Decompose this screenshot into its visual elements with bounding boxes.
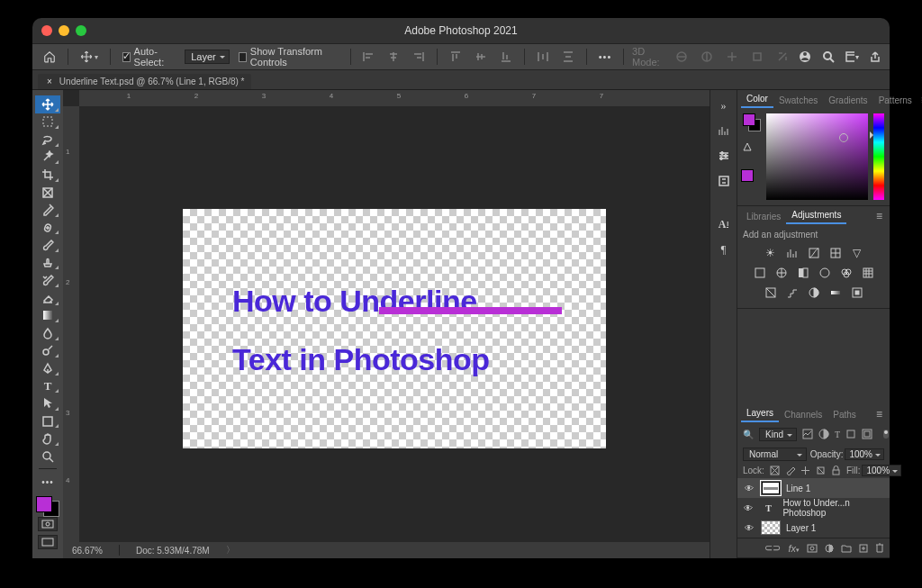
quick-mask-button[interactable] xyxy=(38,517,58,531)
path-select-tool[interactable] xyxy=(35,394,60,412)
align-top-button[interactable] xyxy=(446,47,466,67)
filter-toggle-button[interactable] xyxy=(878,426,894,442)
tab-channels[interactable]: Channels xyxy=(779,407,827,422)
tab-patterns[interactable]: Patterns xyxy=(873,93,917,108)
gradient-map-adj-button[interactable] xyxy=(828,285,843,300)
filter-pixel-icon[interactable] xyxy=(802,429,813,439)
magic-wand-tool[interactable] xyxy=(35,149,60,167)
curves-adj-button[interactable] xyxy=(807,246,821,260)
panel-menu-button[interactable]: ≡ xyxy=(872,406,886,422)
cloud-docs-button[interactable] xyxy=(798,50,812,64)
3d-slide-button[interactable] xyxy=(747,47,767,67)
3d-roll-button[interactable] xyxy=(697,47,717,67)
layer-thumb-raster[interactable] xyxy=(761,520,781,535)
tab-libraries[interactable]: Libraries xyxy=(741,209,786,224)
panel-menu-button[interactable]: ≡ xyxy=(917,92,922,108)
3d-pan-button[interactable] xyxy=(722,47,742,67)
edit-toolbar-button[interactable]: ••• xyxy=(35,473,60,491)
channel-mixer-adj-button[interactable] xyxy=(839,266,854,280)
link-layers-button[interactable]: ⊂⊃ xyxy=(764,542,781,554)
auto-select-target-dropdown[interactable]: Layer xyxy=(185,50,230,64)
tab-adjustments[interactable]: Adjustments xyxy=(786,207,846,224)
color-picker-ring[interactable] xyxy=(839,133,848,142)
blur-tool[interactable] xyxy=(35,324,60,342)
shape-tool[interactable] xyxy=(35,412,60,430)
canvas-stage[interactable]: How to Underline Text in Photoshop xyxy=(79,106,710,542)
lock-position-button[interactable] xyxy=(800,466,810,475)
align-hcenter-button[interactable] xyxy=(384,47,403,67)
selective-color-adj-button[interactable] xyxy=(850,285,864,300)
levels-adj-button[interactable] xyxy=(785,246,800,260)
ruler-horizontal[interactable]: 1 2 3 4 5 6 7 7 xyxy=(79,90,710,106)
dodge-tool[interactable] xyxy=(35,342,60,360)
marquee-tool[interactable] xyxy=(35,113,60,131)
history-brush-tool[interactable] xyxy=(35,271,60,289)
layer-thumb-shape[interactable] xyxy=(761,481,781,495)
lock-artboard-button[interactable] xyxy=(816,466,826,475)
document-tab[interactable]: × Underline Text.psd @ 66.7% (Line 1, RG… xyxy=(38,74,251,89)
photo-filter-adj-button[interactable] xyxy=(818,266,832,280)
frame-tool[interactable] xyxy=(35,184,60,202)
lasso-tool[interactable] xyxy=(35,131,60,149)
show-transform-checkbox[interactable]: Show Transform Controls xyxy=(235,47,342,67)
more-align-button[interactable]: ••• xyxy=(595,47,616,67)
minimize-window-button[interactable] xyxy=(59,25,69,36)
hue-slider[interactable] xyxy=(873,113,884,200)
tab-paths[interactable]: Paths xyxy=(827,407,862,422)
layer-filter-type-dropdown[interactable]: Kind xyxy=(759,428,797,441)
distribute-v-button[interactable] xyxy=(558,47,578,67)
layer-row[interactable]: 👁 Line 1 xyxy=(737,478,890,498)
distribute-h-button[interactable] xyxy=(533,47,553,67)
lock-transparent-button[interactable] xyxy=(770,466,780,475)
histogram-panel-button[interactable] xyxy=(716,122,732,139)
filter-adjust-icon[interactable] xyxy=(818,429,829,439)
home-button[interactable] xyxy=(40,47,59,67)
layer-row[interactable]: 👁 Layer 1 xyxy=(737,518,890,538)
threshold-adj-button[interactable] xyxy=(807,285,821,300)
vibrance-adj-button[interactable]: ▽ xyxy=(850,246,864,260)
eyedropper-tool[interactable] xyxy=(35,201,60,219)
pen-tool[interactable] xyxy=(35,359,60,377)
blend-mode-dropdown[interactable]: Normal xyxy=(743,448,807,461)
search-button[interactable] xyxy=(821,50,836,64)
delete-layer-button[interactable] xyxy=(875,543,884,553)
layer-row[interactable]: 👁 T How to Under...n Photoshop xyxy=(737,498,890,518)
move-tool-indicator[interactable]: ▾ xyxy=(77,47,102,67)
hsl-adj-button[interactable] xyxy=(753,266,767,280)
zoom-tool[interactable] xyxy=(35,448,60,466)
panel-menu-button[interactable]: ≡ xyxy=(872,208,886,224)
opacity-value[interactable]: 100% xyxy=(845,448,884,460)
color-lookup-adj-button[interactable] xyxy=(861,266,875,280)
share-button[interactable] xyxy=(868,50,882,64)
new-group-button[interactable] xyxy=(841,544,852,553)
paragraph-panel-button[interactable]: ¶ xyxy=(716,241,732,258)
move-tool[interactable] xyxy=(35,95,60,113)
canvas-underline-shape[interactable] xyxy=(379,307,562,314)
collapse-arrow-icon[interactable]: » xyxy=(716,97,732,113)
close-window-button[interactable] xyxy=(41,25,52,36)
foreground-color-swatch[interactable] xyxy=(36,496,52,512)
layer-mask-button[interactable] xyxy=(807,544,818,553)
doc-size[interactable]: Doc: 5.93M/4.78M xyxy=(136,546,210,556)
properties-panel-button[interactable] xyxy=(716,148,732,164)
crop-tool[interactable] xyxy=(35,166,60,184)
artboard[interactable]: How to Underline Text in Photoshop xyxy=(183,209,606,448)
bw-adj-button[interactable] xyxy=(796,266,810,280)
tab-gradients[interactable]: Gradients xyxy=(823,93,872,108)
brush-tool[interactable] xyxy=(35,236,60,254)
new-layer-button[interactable] xyxy=(859,544,868,553)
align-left-edges-button[interactable] xyxy=(358,47,378,67)
brightness-adj-button[interactable]: ☀ xyxy=(764,246,778,260)
fill-value[interactable]: 100% xyxy=(862,465,901,476)
healing-brush-tool[interactable] xyxy=(35,219,60,237)
3d-orbit-button[interactable] xyxy=(672,47,692,67)
align-vcenter-button[interactable] xyxy=(471,47,491,67)
tab-swatches[interactable]: Swatches xyxy=(773,93,823,108)
type-tool[interactable]: T xyxy=(35,377,60,395)
hand-tool[interactable] xyxy=(35,430,60,448)
gradient-tool[interactable] xyxy=(35,307,60,325)
layer-name[interactable]: How to Under...n Photoshop xyxy=(782,498,884,518)
current-color-swatch[interactable] xyxy=(741,169,754,182)
layer-fx-button[interactable]: fx▾ xyxy=(788,543,800,554)
screen-mode-button[interactable] xyxy=(38,535,58,549)
